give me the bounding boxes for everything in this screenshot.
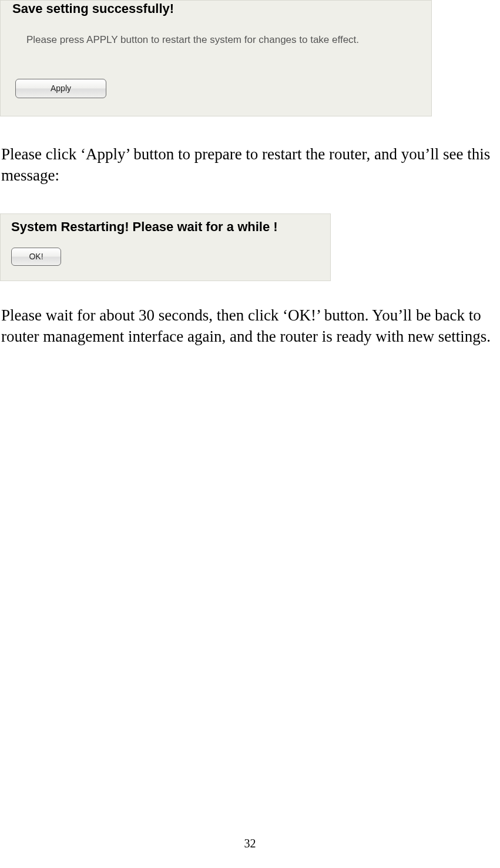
ok-button[interactable]: OK! [11,248,61,266]
apply-button[interactable]: Apply [15,79,106,98]
panel-instruction: Please press APPLY button to restart the… [1,16,431,46]
save-settings-panel: Save setting successfully! Please press … [0,0,432,116]
body-paragraph-1: Please click ‘Apply’ button to prepare t… [0,116,500,186]
body-paragraph-2: Please wait for about 30 seconds, then c… [0,281,500,348]
panel-heading: Save setting successfully! [1,1,431,16]
restarting-panel: System Restarting! Please wait for a whi… [0,213,331,281]
panel-heading: System Restarting! Please wait for a whi… [1,214,330,235]
page-number: 32 [0,837,500,850]
